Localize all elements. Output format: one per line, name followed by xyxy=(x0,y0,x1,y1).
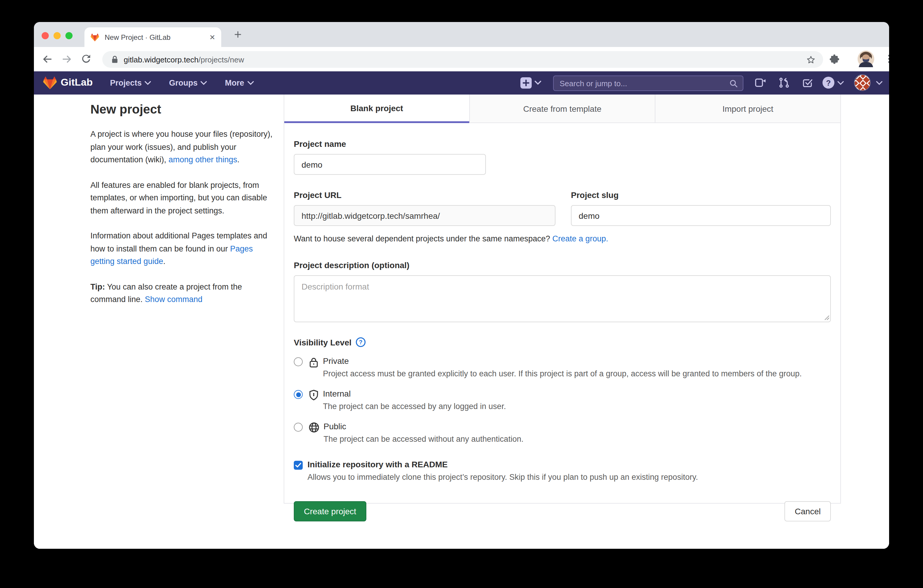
todos-icon[interactable] xyxy=(801,77,814,89)
nav-more[interactable]: More xyxy=(225,79,254,87)
project-url-input[interactable] xyxy=(294,205,555,226)
shield-icon xyxy=(309,389,319,412)
reload-icon[interactable] xyxy=(80,53,93,66)
lock-icon xyxy=(111,55,118,64)
project-description-label: Project description (optional) xyxy=(294,260,831,270)
create-group-link[interactable]: Create a group. xyxy=(552,234,608,243)
tab-create-from-template[interactable]: Create from template xyxy=(469,95,655,123)
tab-close-icon[interactable]: ✕ xyxy=(209,34,215,41)
visibility-help-icon[interactable]: ? xyxy=(356,337,366,347)
new-menu-plus-icon[interactable] xyxy=(521,77,532,89)
visibility-option-name: Private xyxy=(323,356,801,366)
page-title: New project xyxy=(90,102,276,117)
nav-groups[interactable]: Groups xyxy=(169,79,207,87)
issues-icon[interactable] xyxy=(754,77,767,89)
globe-icon xyxy=(309,422,319,445)
project-name-input[interactable] xyxy=(294,154,486,175)
tab-import-project[interactable]: Import project xyxy=(655,95,840,123)
mac-close-button[interactable] xyxy=(42,32,49,39)
readme-checkbox[interactable] xyxy=(294,461,303,470)
visibility-option-private[interactable]: Private Project access must be granted e… xyxy=(294,356,831,380)
project-type-tabs: Blank project Create from template Impor… xyxy=(284,95,840,123)
help-chevron-icon[interactable] xyxy=(838,81,844,85)
visibility-option-public[interactable]: Public The project can be accessed witho… xyxy=(294,422,831,445)
new-tab-button[interactable] xyxy=(233,29,243,40)
back-icon[interactable] xyxy=(41,53,54,66)
readme-label: Initialize repository with a README xyxy=(307,460,698,469)
create-project-button[interactable]: Create project xyxy=(294,501,366,521)
new-menu-chevron-icon[interactable] xyxy=(535,80,541,85)
visibility-option-desc: Project access must be granted explicitl… xyxy=(323,368,801,380)
sidebar-paragraph: All features are enabled for blank proje… xyxy=(90,179,276,217)
screen: New Project · GitLab ✕ gitlab.wid xyxy=(0,0,923,588)
project-name-label: Project name xyxy=(294,139,831,149)
new-project-panel: Blank project Create from template Impor… xyxy=(284,95,841,504)
svg-text:?: ? xyxy=(359,339,363,345)
readme-desc: Allows you to immediately clone this pro… xyxy=(307,473,698,481)
gitlab-navbar: GitLab Projects Groups More xyxy=(34,71,889,95)
project-slug-input[interactable] xyxy=(571,205,831,226)
browser-window: New Project · GitLab ✕ gitlab.wid xyxy=(34,22,889,549)
visibility-level-label: Visibility Level xyxy=(294,337,351,347)
visibility-option-internal[interactable]: Internal The project can be accessed by … xyxy=(294,389,831,412)
help-icon[interactable]: ? xyxy=(823,77,834,89)
project-form: Project name Project URL Project slug Wa… xyxy=(284,139,840,521)
sidebar-paragraph: A project is where you house your files … xyxy=(90,128,276,166)
gitlab-wordmark[interactable]: GitLab xyxy=(61,77,93,89)
gitlab-menu: Projects Groups More xyxy=(110,71,254,95)
tab-blank-project[interactable]: Blank project xyxy=(284,95,469,123)
url-text: gitlab.widgetcorp.tech/projects/new xyxy=(124,55,244,64)
user-avatar[interactable] xyxy=(854,74,870,91)
nav-projects[interactable]: Projects xyxy=(110,79,151,87)
radio-public[interactable] xyxy=(294,423,303,432)
mac-zoom-button[interactable] xyxy=(66,32,72,39)
sidebar-tip: Tip: You can also create a project from … xyxy=(90,280,276,306)
sidebar: New project A project is where you house… xyxy=(90,95,276,319)
bookmark-star-icon[interactable] xyxy=(806,54,816,64)
sidebar-paragraph: Information about additional Pages templ… xyxy=(90,230,276,268)
radio-internal[interactable] xyxy=(294,390,303,399)
visibility-option-desc: The project can be accessed by any logge… xyxy=(323,400,506,412)
visibility-option-desc: The project can be accessed without any … xyxy=(324,433,523,445)
project-slug-label: Project slug xyxy=(571,190,831,200)
namespace-hint: Want to house several dependent projects… xyxy=(294,234,831,243)
lock-icon xyxy=(309,357,319,380)
search-icon xyxy=(729,79,738,88)
resize-grip-icon[interactable] xyxy=(824,315,829,320)
gitlab-favicon-icon xyxy=(90,33,99,41)
browser-tab[interactable]: New Project · GitLab ✕ xyxy=(84,27,221,47)
user-menu-chevron-icon[interactable] xyxy=(876,81,882,85)
visibility-option-name: Internal xyxy=(323,389,506,398)
browser-tabstrip: New Project · GitLab ✕ xyxy=(34,22,889,47)
project-description-textarea[interactable] xyxy=(294,275,831,322)
merge-requests-icon[interactable] xyxy=(778,77,790,89)
tab-title: New Project · GitLab xyxy=(105,33,209,41)
mac-minimize-button[interactable] xyxy=(54,32,61,39)
among-other-things-link[interactable]: among other things xyxy=(169,155,237,164)
forward-icon[interactable] xyxy=(61,53,73,66)
gitlab-logo-icon[interactable] xyxy=(43,76,57,90)
cancel-button[interactable]: Cancel xyxy=(785,501,831,521)
visibility-option-name: Public xyxy=(324,422,523,431)
project-url-label: Project URL xyxy=(294,190,555,200)
browser-toolbar: gitlab.widgetcorp.tech/projects/new xyxy=(34,47,889,71)
readme-option[interactable]: Initialize repository with a README Allo… xyxy=(294,460,831,481)
page-content: New project A project is where you house… xyxy=(34,95,889,549)
search-input[interactable]: Search or jump to... xyxy=(553,76,743,91)
url-bar[interactable]: gitlab.widgetcorp.tech/projects/new xyxy=(102,51,823,68)
radio-private[interactable] xyxy=(294,357,303,366)
show-command-link[interactable]: Show command xyxy=(145,295,202,304)
